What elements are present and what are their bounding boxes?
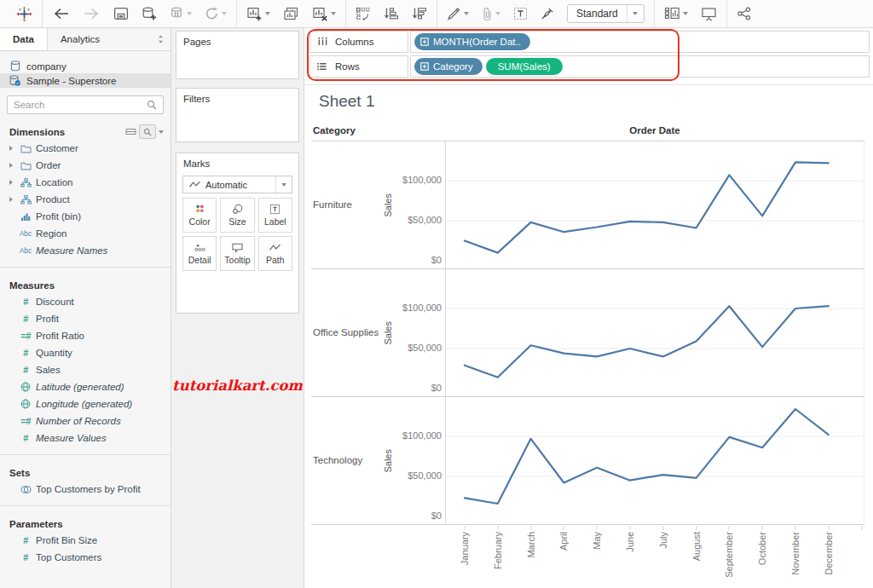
expand-chevron-icon[interactable]: [6, 163, 15, 168]
expand-chevron-icon[interactable]: [6, 146, 15, 151]
month-label[interactable]: September: [713, 532, 746, 578]
field-row[interactable]: # Quantity: [0, 344, 171, 361]
datasource-row[interactable]: Sample - Superstore: [0, 73, 171, 88]
columns-shelf-label[interactable]: Columns: [309, 31, 408, 53]
month-label[interactable]: August: [679, 532, 713, 578]
field-row[interactable]: =# Number of Records: [0, 412, 171, 429]
pause-auto-updates-icon[interactable]: [170, 7, 192, 20]
show-mark-labels-icon[interactable]: [513, 7, 528, 20]
field-row[interactable]: Latitude (generated): [0, 378, 171, 395]
search-input[interactable]: [14, 100, 147, 110]
filters-shelf[interactable]: Filters: [176, 88, 299, 142]
fit-selector[interactable]: Standard: [567, 4, 645, 23]
view-as-list-icon[interactable]: [125, 127, 136, 137]
month-label[interactable]: December: [812, 532, 845, 578]
rows-shelf-label[interactable]: Rows: [309, 55, 408, 78]
expand-chevron-icon[interactable]: [6, 197, 15, 202]
field-row[interactable]: Abc Region: [0, 225, 171, 242]
highlight-icon[interactable]: [447, 7, 469, 20]
rows-shelf-content[interactable]: Category SUM(Sales): [410, 55, 870, 78]
database-icon: [9, 61, 20, 72]
path-button[interactable]: Path: [258, 236, 292, 271]
datasource-row[interactable]: company: [0, 59, 171, 73]
expand-chevron-icon[interactable]: [6, 180, 15, 185]
field-row[interactable]: Order: [0, 157, 171, 174]
dimensions-menu-caret[interactable]: [159, 130, 164, 134]
sort-descending-icon[interactable]: [412, 7, 427, 20]
category-label[interactable]: Furniture: [313, 141, 379, 268]
find-field-button[interactable]: [139, 124, 156, 139]
line-chart-technology[interactable]: [445, 397, 864, 525]
field-row[interactable]: Abc Measure Names: [0, 242, 171, 259]
field-row[interactable]: =# Profit Ratio: [0, 327, 171, 344]
run-update-icon[interactable]: [205, 7, 227, 20]
field-row[interactable]: # Sales: [0, 361, 171, 378]
tooltip-button[interactable]: Tooltip: [220, 236, 254, 271]
tab-analytics[interactable]: Analytics: [48, 28, 113, 50]
field-row[interactable]: Longitude (generated): [0, 395, 171, 412]
parameters-header: Parameters: [0, 516, 171, 532]
category-label[interactable]: Technology: [313, 397, 379, 524]
sort-ascending-icon[interactable]: [384, 7, 399, 20]
detail-button[interactable]: Detail: [182, 236, 217, 271]
field-row[interactable]: Location: [0, 174, 171, 191]
month-label[interactable]: April: [547, 532, 581, 578]
show-hide-cards-icon[interactable]: [664, 7, 688, 20]
tab-data[interactable]: Data: [0, 28, 48, 50]
field-row[interactable]: Top Customers by Profit: [0, 481, 171, 498]
month-label[interactable]: July: [646, 532, 679, 578]
marks-card: Marks Automatic Color Size: [176, 153, 299, 314]
line-chart-office-supplies[interactable]: [445, 269, 864, 397]
pill-category[interactable]: Category: [414, 58, 483, 75]
mark-type-caret[interactable]: [275, 176, 292, 193]
y-axis-ticks: $100,000 $50,000 $0: [392, 397, 443, 524]
month-label[interactable]: February: [481, 532, 514, 578]
field-row[interactable]: Profit (bin): [0, 208, 171, 225]
fit-selector-caret[interactable]: [627, 5, 644, 22]
month-label[interactable]: March: [514, 532, 547, 578]
tableau-logo-icon[interactable]: [16, 6, 32, 22]
new-data-source-icon[interactable]: [142, 7, 157, 21]
field-row[interactable]: # Measure Values: [0, 429, 171, 447]
field-row[interactable]: # Profit: [0, 310, 171, 327]
field-row[interactable]: Customer: [0, 140, 171, 157]
pill-sum-sales[interactable]: SUM(Sales): [486, 58, 563, 75]
field-row[interactable]: # Top Customers: [0, 549, 171, 566]
clear-sheet-icon[interactable]: [312, 7, 336, 21]
label-button[interactable]: Label: [258, 198, 292, 233]
month-label[interactable]: November: [779, 532, 812, 578]
month-label[interactable]: May: [581, 532, 614, 578]
pages-shelf[interactable]: Pages: [176, 31, 299, 79]
color-button[interactable]: Color: [182, 198, 217, 233]
fix-axes-icon[interactable]: [541, 7, 554, 20]
duplicate-sheet-icon[interactable]: [283, 7, 299, 21]
presentation-mode-icon[interactable]: [701, 7, 717, 21]
redo-icon[interactable]: [83, 7, 101, 20]
search-box[interactable]: [7, 95, 164, 114]
expand-plus-icon[interactable]: [420, 37, 429, 46]
new-worksheet-icon[interactable]: [246, 7, 270, 21]
undo-icon[interactable]: [52, 7, 70, 20]
save-icon[interactable]: [113, 7, 129, 20]
swap-rows-columns-icon[interactable]: [356, 7, 371, 21]
category-label[interactable]: Office Supplies: [313, 269, 379, 396]
month-label[interactable]: January: [448, 532, 482, 578]
sheet-title[interactable]: Sheet 1: [319, 92, 375, 111]
expand-plus-icon[interactable]: [420, 62, 429, 71]
size-button[interactable]: Size: [220, 198, 254, 233]
pill-month-order-date[interactable]: MONTH(Order Dat..: [414, 33, 530, 50]
month-label[interactable]: June: [614, 532, 647, 578]
field-row[interactable]: # Discount: [0, 293, 171, 310]
field-row[interactable]: Product: [0, 191, 171, 208]
pane-sort-icon[interactable]: [158, 28, 171, 50]
columns-shelf-content[interactable]: MONTH(Order Dat..: [410, 31, 870, 53]
group-members-icon[interactable]: [482, 7, 500, 21]
month-label[interactable]: October: [746, 532, 779, 578]
pane-tabs: Data Analytics: [0, 28, 171, 51]
mark-type-dropdown[interactable]: Automatic: [182, 176, 292, 193]
row-field-header[interactable]: Category: [313, 125, 356, 135]
column-field-header[interactable]: Order Date: [445, 125, 864, 135]
line-chart-furniture[interactable]: [445, 141, 864, 269]
share-workbook-icon[interactable]: [737, 7, 752, 20]
field-row[interactable]: # Profit Bin Size: [0, 532, 171, 549]
